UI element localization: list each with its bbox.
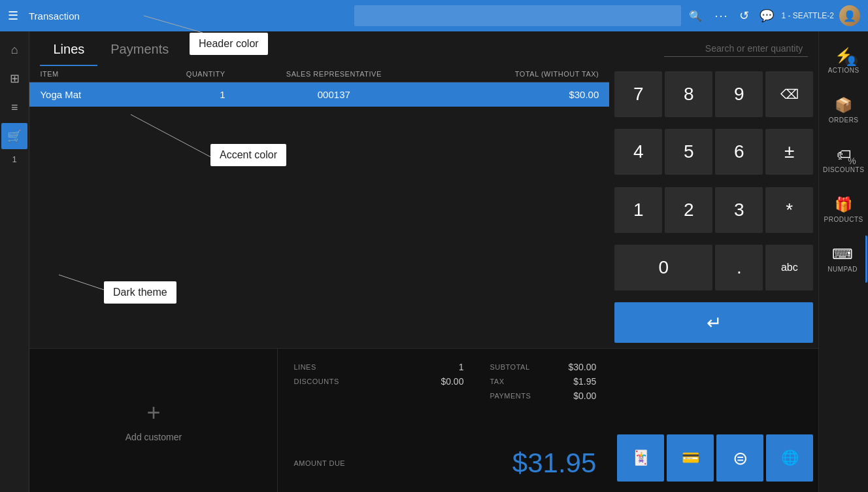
pay-btn-exact[interactable]: ⊜: [716, 434, 763, 482]
action-btn-numpad[interactable]: ⌨ NUMPAD: [820, 236, 867, 283]
discounts-label: DISCOUNTS: [293, 378, 372, 385]
numpad-panel-icon: ⌨: [832, 246, 853, 263]
totals-left: LINES 1 DISCOUNTS $0.00: [293, 362, 463, 401]
numpad-enter[interactable]: ↵: [614, 302, 813, 343]
sidebar-item-menu[interactable]: ≡: [1, 94, 27, 120]
pay-btns-row: 🃏 💳 ⊜ 🌐: [617, 434, 813, 482]
numpad-backspace[interactable]: ⌫: [765, 71, 813, 117]
pay-btn-credit[interactable]: 💳: [667, 434, 714, 482]
tabs: Lines Payments: [29, 34, 192, 66]
content-area: Lines Payments ITEM QUANTITY SALES REPRE…: [29, 31, 818, 492]
callout-accent-color: Accent color: [210, 144, 286, 166]
numpad-6[interactable]: 6: [715, 129, 763, 175]
tax-label: TAX: [490, 378, 568, 385]
col-quantity: QUANTITY: [135, 66, 236, 82]
right-panel: ⚡ 👤 ACTIONS 📦 ORDERS 🏷 % DISCOUNTS 🎁 PRO…: [818, 31, 868, 492]
action-btn-orders[interactable]: 📦 ORDERS: [820, 86, 867, 133]
numpad-abc[interactable]: abc: [765, 245, 813, 290]
callout-header-color: Header color: [190, 33, 268, 55]
lines-and-numpad: ITEM QUANTITY SALES REPRESENTATIVE TOTAL…: [29, 66, 818, 348]
actions-label: ACTIONS: [828, 67, 860, 74]
discounts-label: DISCOUNTS: [823, 166, 864, 173]
numpad-8[interactable]: 8: [665, 71, 712, 117]
refresh-icon[interactable]: ↺: [739, 9, 749, 23]
callout-dark-theme: Dark theme: [104, 281, 176, 304]
order-table: ITEM QUANTITY SALES REPRESENTATIVE TOTAL…: [29, 66, 609, 107]
more-icon[interactable]: ···: [715, 9, 729, 23]
payments-value: $0.00: [568, 391, 596, 401]
totals-middle: SUBTOTAL $30.00 TAX $1.95 PAYMENTS $0.00: [490, 362, 596, 401]
hamburger-icon[interactable]: ☰: [8, 9, 18, 23]
products-label: PRODUCTS: [824, 216, 863, 223]
col-sales-rep: SALES REPRESENTATIVE: [235, 66, 432, 82]
tax-value: $1.95: [568, 376, 596, 387]
orders-label: ORDERS: [829, 116, 859, 124]
discounts-pct-icon: %: [848, 156, 856, 166]
numpad-4[interactable]: 4: [614, 129, 662, 175]
numpad-area: 7 8 9 ⌫ 4 5 6 ± 1 2 3 * 0 . abc: [609, 66, 818, 348]
table-row[interactable]: Yoga Mat 1 000137 $30.00: [29, 82, 609, 107]
add-customer-label[interactable]: Add customer: [125, 432, 182, 442]
numpad-1[interactable]: 1: [614, 187, 662, 233]
item-total: $30.00: [432, 82, 609, 107]
top-bar: ☰ Transaction 🔍 ··· ↺ 💬 1 - SEATTLE-2 👤: [0, 0, 868, 31]
col-item: ITEM: [29, 66, 134, 82]
app-title: Transaction: [29, 10, 346, 22]
item-name: Yoga Mat: [29, 82, 134, 107]
numpad-2[interactable]: 2: [665, 187, 712, 233]
item-sales-rep: 000137: [235, 82, 432, 107]
tab-lines[interactable]: Lines: [40, 34, 97, 66]
totals-split: LINES 1 DISCOUNTS $0.00 SUBTOTAL $30.00: [293, 362, 596, 401]
action-btn-actions[interactable]: ⚡ 👤 ACTIONS: [820, 37, 867, 84]
sidebar-item-cart[interactable]: 🛒: [1, 123, 27, 149]
payments-row: PAYMENTS $0.00: [490, 391, 596, 401]
numpad-label: NUMPAD: [827, 266, 858, 273]
numpad-0[interactable]: 0: [614, 245, 712, 290]
numpad-9[interactable]: 9: [715, 71, 763, 117]
col-total: TOTAL (WITHOUT TAX): [432, 66, 609, 82]
item-quantity: 1: [135, 82, 236, 107]
lines-section: ITEM QUANTITY SALES REPRESENTATIVE TOTAL…: [29, 66, 609, 348]
tab-payments[interactable]: Payments: [97, 34, 182, 66]
numpad-5[interactable]: 5: [665, 129, 712, 175]
numpad-plusminus[interactable]: ±: [765, 129, 813, 175]
actions-sub-icon: 👤: [845, 55, 858, 67]
discounts-row: DISCOUNTS $0.00: [293, 376, 463, 387]
sidebar-badge: 1: [12, 154, 17, 164]
lines-label: LINES: [293, 363, 372, 371]
top-search-input[interactable]: [354, 5, 681, 26]
amount-due-section: AMOUNT DUE $31.95: [293, 448, 596, 479]
action-btn-products[interactable]: 🎁 PRODUCTS: [820, 186, 867, 233]
discounts-value: $0.00: [372, 376, 463, 387]
sidebar-item-home[interactable]: ⌂: [1, 37, 27, 63]
subtotal-value: $30.00: [568, 362, 596, 372]
lines-search-input[interactable]: [664, 41, 808, 57]
numpad-3[interactable]: 3: [715, 187, 763, 233]
payment-buttons: 🃏 💳 ⊜ 🌐: [612, 349, 818, 492]
avatar[interactable]: 👤: [839, 5, 860, 26]
orders-icon: 📦: [835, 97, 852, 114]
main-layout: ⌂ ⊞ ≡ 🛒 1 Lines Payments: [0, 31, 868, 492]
top-bar-icons: ··· ↺ 💬: [715, 9, 774, 23]
action-btn-discounts[interactable]: 🏷 % DISCOUNTS: [820, 136, 867, 183]
numpad-multiply[interactable]: *: [765, 187, 813, 233]
amount-due-value: $31.95: [512, 448, 596, 479]
numpad-dot[interactable]: .: [715, 245, 763, 290]
user-info: 1 - SEATTLE-2 👤: [782, 5, 860, 26]
totals-section: LINES 1 DISCOUNTS $0.00 SUBTOTAL $30.00: [278, 349, 612, 492]
bottom-area: + Add customer LINES 1 DISCOUNTS $0.00: [29, 348, 818, 492]
pay-btn-web[interactable]: 🌐: [766, 434, 813, 482]
numpad-grid: 7 8 9 ⌫ 4 5 6 ± 1 2 3 * 0 . abc: [614, 71, 813, 300]
lines-value: 1: [372, 362, 463, 372]
tax-row: TAX $1.95: [490, 376, 596, 387]
products-icon: 🎁: [835, 196, 852, 213]
pay-btn-cards[interactable]: 🃏: [617, 434, 664, 482]
chat-icon[interactable]: 💬: [760, 9, 774, 23]
lines-row: LINES 1: [293, 362, 463, 372]
subtotal-label: SUBTOTAL: [490, 363, 568, 371]
store-label: 1 - SEATTLE-2: [782, 11, 834, 20]
customer-section: + Add customer: [29, 349, 278, 492]
search-icon[interactable]: 🔍: [689, 10, 702, 22]
numpad-7[interactable]: 7: [614, 71, 662, 117]
sidebar-item-store[interactable]: ⊞: [1, 65, 27, 92]
